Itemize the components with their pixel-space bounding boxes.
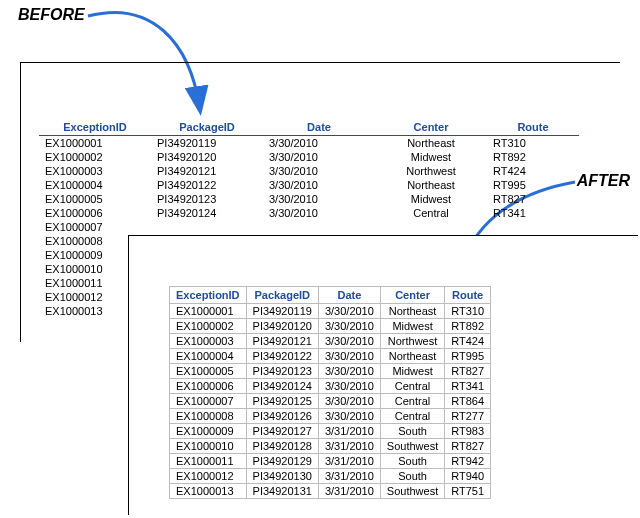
after-panel: ExceptionID PackageID Date Center Route … (128, 235, 638, 515)
cell: RT424 (445, 334, 491, 349)
cell: PI34920123 (151, 192, 263, 206)
cell: RT827 (445, 364, 491, 379)
cell: 3/30/2010 (318, 394, 380, 409)
cell: 3/30/2010 (318, 379, 380, 394)
table-row: EX1000009PI349201273/31/2010SouthRT983 (170, 424, 491, 439)
cell: Northeast (380, 304, 444, 319)
label-before: BEFORE (18, 6, 85, 24)
cell: PI34920129 (246, 454, 318, 469)
table-row: EX1000007PI349201253/30/2010CentralRT864 (170, 394, 491, 409)
table-row: EX1000002PI349201203/30/2010MidwestRT892 (170, 319, 491, 334)
cell: EX1000002 (170, 319, 247, 334)
cell: RT942 (445, 454, 491, 469)
table-row: EX1000008PI349201263/30/2010CentralRT277 (170, 409, 491, 424)
cell: Midwest (380, 364, 444, 379)
table-row: EX1000006PI349201243/30/2010CentralRT341 (170, 379, 491, 394)
cell: PI34920124 (151, 206, 263, 220)
cell: PI34920130 (246, 469, 318, 484)
cell: Midwest (375, 192, 487, 206)
table-row: EX1000006PI349201243/30/2010CentralRT341 (39, 206, 579, 220)
table-row: EX1000004PI349201223/30/2010NortheastRT9… (39, 178, 579, 192)
cell: EX1000011 (170, 454, 247, 469)
cell: 3/30/2010 (318, 334, 380, 349)
cell: Midwest (375, 150, 487, 164)
cell: EX1000013 (170, 484, 247, 499)
cell: 3/30/2010 (263, 192, 375, 206)
col-center: Center (380, 287, 444, 304)
cell: RT892 (487, 150, 579, 164)
cell: RT983 (445, 424, 491, 439)
cell: 3/31/2010 (318, 424, 380, 439)
cell: Northwest (380, 334, 444, 349)
table-row: EX1000002PI349201203/30/2010MidwestRT892 (39, 150, 579, 164)
cell: RT892 (445, 319, 491, 334)
after-table-header: ExceptionID PackageID Date Center Route (170, 287, 491, 304)
cell: RT995 (487, 178, 579, 192)
cell: Northeast (380, 349, 444, 364)
cell: South (380, 469, 444, 484)
cell: EX1000012 (170, 469, 247, 484)
cell: PI34920126 (246, 409, 318, 424)
cell (263, 220, 375, 234)
cell: PI34920125 (246, 394, 318, 409)
cell: EX1000007 (170, 394, 247, 409)
col-date: Date (263, 119, 375, 136)
table-row: EX1000013PI349201313/31/2010SouthwestRT7… (170, 484, 491, 499)
cell: EX1000001 (170, 304, 247, 319)
cell: Central (380, 409, 444, 424)
cell: PI34920119 (151, 136, 263, 151)
cell: PI34920131 (246, 484, 318, 499)
cell: RT751 (445, 484, 491, 499)
cell: PI34920122 (246, 349, 318, 364)
cell: RT341 (487, 206, 579, 220)
cell: 3/31/2010 (318, 484, 380, 499)
cell: RT310 (445, 304, 491, 319)
cell: Central (380, 379, 444, 394)
cell: PI34920122 (151, 178, 263, 192)
cell: RT277 (445, 409, 491, 424)
cell: 3/30/2010 (318, 304, 380, 319)
cell: South (380, 454, 444, 469)
cell: EX1000008 (170, 409, 247, 424)
cell: RT341 (445, 379, 491, 394)
col-route: Route (445, 287, 491, 304)
cell: RT310 (487, 136, 579, 151)
cell: 3/30/2010 (318, 409, 380, 424)
cell: PI34920120 (151, 150, 263, 164)
table-row: EX1000010PI349201283/31/2010SouthwestRT8… (170, 439, 491, 454)
cell: Northwest (375, 164, 487, 178)
cell: PI34920120 (246, 319, 318, 334)
cell: South (380, 424, 444, 439)
cell: EX1000004 (170, 349, 247, 364)
cell: PI34920128 (246, 439, 318, 454)
cell: PI34920123 (246, 364, 318, 379)
table-row: EX1000004PI349201223/30/2010NortheastRT9… (170, 349, 491, 364)
col-route: Route (487, 119, 579, 136)
cell: EX1000001 (39, 136, 151, 151)
cell: 3/30/2010 (318, 319, 380, 334)
table-row: EX1000003PI349201213/30/2010NorthwestRT4… (170, 334, 491, 349)
cell: EX1000006 (39, 206, 151, 220)
table-row: EX1000005PI349201233/30/2010MidwestRT827 (39, 192, 579, 206)
cell (375, 220, 487, 234)
cell: EX1000002 (39, 150, 151, 164)
cell: PI34920121 (246, 334, 318, 349)
cell: EX1000009 (170, 424, 247, 439)
cell: EX1000004 (39, 178, 151, 192)
before-table-header: ExceptionID PackageID Date Center Route (39, 119, 579, 136)
cell: EX1000005 (170, 364, 247, 379)
cell: 3/30/2010 (263, 178, 375, 192)
cell: RT827 (445, 439, 491, 454)
cell (151, 220, 263, 234)
cell: RT995 (445, 349, 491, 364)
cell: Northeast (375, 136, 487, 151)
table-row: EX1000011PI349201293/31/2010SouthRT942 (170, 454, 491, 469)
cell: PI34920119 (246, 304, 318, 319)
table-row: EX1000005PI349201233/30/2010MidwestRT827 (170, 364, 491, 379)
cell: PI34920124 (246, 379, 318, 394)
col-exceptionid: ExceptionID (39, 119, 151, 136)
cell: Central (380, 394, 444, 409)
cell: RT864 (445, 394, 491, 409)
col-center: Center (375, 119, 487, 136)
table-row: EX1000001PI349201193/30/2010NortheastRT3… (170, 304, 491, 319)
